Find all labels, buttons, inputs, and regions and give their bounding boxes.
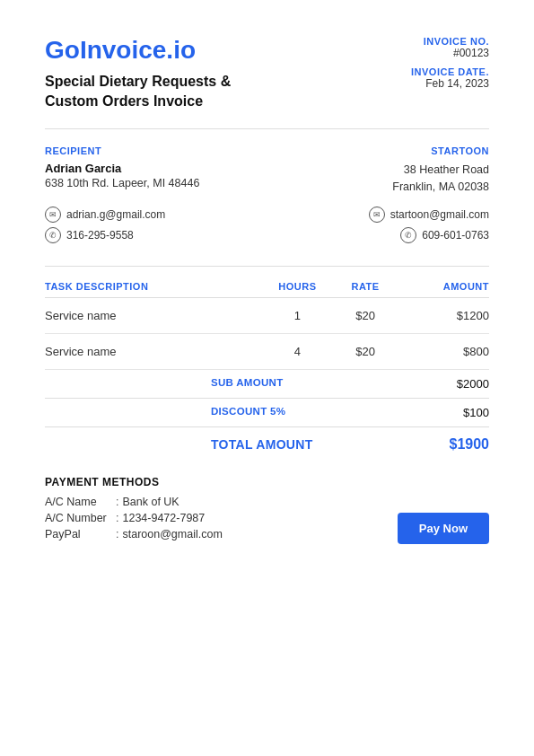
total-value: $1900 <box>450 436 490 453</box>
table-row: Service name 1 $20 $1200 <box>45 297 489 333</box>
payment-value: staroon@gmail.com <box>122 528 222 541</box>
recipient-email-row: ✉ adrian.g@gmail.com <box>45 207 165 223</box>
contact-section: ✉ adrian.g@gmail.com ✆ 316-295-9558 ✉ st… <box>45 207 489 248</box>
sub-amount-label: SUB AMOUNT <box>211 377 284 391</box>
discount-row: DISCOUNT 5% $100 <box>45 399 489 426</box>
company-phone-row: ✆ 609-601-0763 <box>369 227 489 243</box>
row-rate: $20 <box>337 297 394 333</box>
summary-section: SUB AMOUNT $2000 DISCOUNT 5% $100 TOTAL … <box>45 370 489 462</box>
invoice-date-label: INVOICE DATE. <box>411 66 489 77</box>
payment-key: PayPal <box>45 528 112 541</box>
recipient-phone: 316-295-9558 <box>66 229 134 242</box>
payment-section: PAYMENT METHODS A/C Name : Bank of UK A/… <box>45 476 489 544</box>
discount-label: DISCOUNT 5% <box>211 406 285 419</box>
table-top-divider <box>45 266 489 267</box>
recipient-phone-row: ✆ 316-295-9558 <box>45 227 165 243</box>
header-left: GoInvoice.io Special Dietary Requests & … <box>45 36 242 110</box>
header: GoInvoice.io Special Dietary Requests & … <box>45 36 489 110</box>
invoice-page: GoInvoice.io Special Dietary Requests & … <box>0 0 534 756</box>
row-task: Service name <box>45 333 258 369</box>
sub-amount-value: $2000 <box>457 377 489 391</box>
pay-now-button[interactable]: Pay Now <box>398 513 489 544</box>
row-hours: 4 <box>258 333 337 369</box>
sub-amount-row: SUB AMOUNT $2000 <box>45 370 489 398</box>
email-icon: ✉ <box>45 207 61 223</box>
recipient-section: RECIPIENT Adrian Garcia 638 10th Rd. Lap… <box>45 145 489 196</box>
recipient-contacts: ✉ adrian.g@gmail.com ✆ 316-295-9558 <box>45 207 165 248</box>
row-rate: $20 <box>337 333 394 369</box>
payment-row: A/C Name : Bank of UK <box>45 496 223 508</box>
discount-value: $100 <box>463 406 489 419</box>
payment-methods: PAYMENT METHODS A/C Name : Bank of UK A/… <box>45 476 223 544</box>
recipient-email: adrian.g@gmail.com <box>66 208 165 221</box>
recipient-info: RECIPIENT Adrian Garcia 638 10th Rd. Lap… <box>45 145 199 196</box>
company-address2: Franklin, MA 02038 <box>392 179 489 196</box>
payment-key: A/C Number <box>45 512 112 524</box>
company-contacts: ✉ startoon@gmail.com ✆ 609-601-0763 <box>369 207 489 248</box>
payment-row: PayPal : staroon@gmail.com <box>45 528 223 541</box>
phone-icon: ✆ <box>45 227 61 243</box>
payment-value: 1234-9472-7987 <box>122 512 205 524</box>
invoice-no-label: INVOICE NO. <box>411 36 489 47</box>
company-email-row: ✉ startoon@gmail.com <box>369 207 489 223</box>
col-rate: RATE <box>337 276 394 298</box>
row-task: Service name <box>45 297 258 333</box>
company-email: startoon@gmail.com <box>390 208 489 221</box>
col-task: TASK DESCRIPTION <box>45 276 258 298</box>
invoice-date-value: Feb 14, 2023 <box>411 77 489 90</box>
invoice-meta: INVOICE NO. #00123 INVOICE DATE. Feb 14,… <box>411 36 489 97</box>
payment-row: A/C Number : 1234-9472-7987 <box>45 512 223 524</box>
row-hours: 1 <box>258 297 337 333</box>
company-email-icon: ✉ <box>369 207 385 223</box>
brand-name: GoInvoice.io <box>45 36 242 65</box>
row-amount: $800 <box>394 333 489 369</box>
header-divider <box>45 128 489 129</box>
recipient-name: Adrian Garcia <box>45 162 199 175</box>
total-row: TOTAL AMOUNT $1900 <box>45 427 489 462</box>
payment-value: Bank of UK <box>122 496 179 508</box>
company-phone-icon: ✆ <box>400 227 416 243</box>
row-amount: $1200 <box>394 297 489 333</box>
payment-key: A/C Name <box>45 496 112 508</box>
company-address1: 38 Heather Road <box>392 162 489 179</box>
table-row: Service name 4 $20 $800 <box>45 333 489 369</box>
invoice-no-value: #00123 <box>411 47 489 59</box>
recipient-label: RECIPIENT <box>45 145 199 156</box>
col-amount: AMOUNT <box>394 276 489 298</box>
company-info: STARTOON 38 Heather Road Franklin, MA 02… <box>392 145 489 196</box>
col-hours: HOURS <box>258 276 337 298</box>
invoice-subtitle: Special Dietary Requests & Custom Orders… <box>45 72 242 110</box>
company-phone: 609-601-0763 <box>422 229 489 242</box>
total-label: TOTAL AMOUNT <box>211 437 313 452</box>
invoice-table: TASK DESCRIPTION HOURS RATE AMOUNT Servi… <box>45 276 489 370</box>
table-header-row: TASK DESCRIPTION HOURS RATE AMOUNT <box>45 276 489 298</box>
company-label: STARTOON <box>392 145 489 156</box>
recipient-address: 638 10th Rd. Lapeer, MI 48446 <box>45 177 199 189</box>
payment-methods-label: PAYMENT METHODS <box>45 476 223 488</box>
